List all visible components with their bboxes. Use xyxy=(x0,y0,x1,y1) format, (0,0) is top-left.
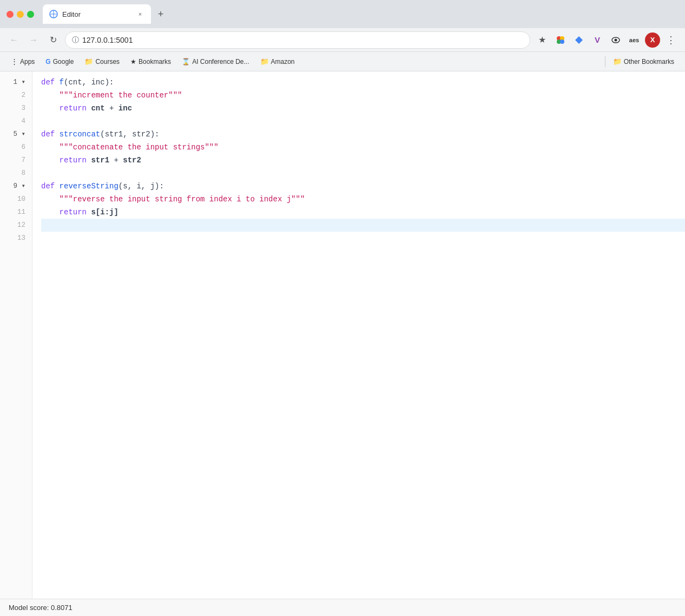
reload-button[interactable]: ↻ xyxy=(45,32,61,48)
str1-bold: str1 xyxy=(91,154,109,167)
str2-bold: str2 xyxy=(123,154,141,167)
code-line-9: def reverseString(s, i, j): xyxy=(41,180,685,193)
security-icon: ⓘ xyxy=(72,35,79,45)
line-num-1: 1 ▾ xyxy=(0,76,32,89)
line-num-13: 13 xyxy=(0,232,32,245)
bookmark-courses-label: Courses xyxy=(95,58,120,65)
browser-menu-button[interactable]: ⋮ xyxy=(663,32,679,48)
title-bar: Editor × + xyxy=(0,0,685,28)
bookmark-google-label: Google xyxy=(53,58,74,65)
model-score-label: Model score: 0.8071 xyxy=(9,604,73,612)
docstring-2: """concatenate the input strings""" xyxy=(60,141,219,154)
code-line-12 xyxy=(41,219,685,232)
svg-point-6 xyxy=(615,38,617,41)
code-line-1: def f(cnt, inc): xyxy=(41,76,685,89)
line-num-10: 10 xyxy=(0,193,32,206)
address-bar[interactable]: ⓘ 127.0.0.1:5001 xyxy=(65,31,530,49)
folder-icon-2: 📁 xyxy=(260,57,269,65)
forward-button[interactable]: → xyxy=(26,32,41,48)
line-num-11: 11 xyxy=(0,206,32,219)
line-num-8: 8 xyxy=(0,167,32,180)
line-numbers: 1 ▾ 2 3 4 5 ▾ 6 7 8 9 ▾ 10 11 12 13 xyxy=(0,71,32,599)
star-icon: ★ xyxy=(130,58,136,65)
params-2: str1, str2 xyxy=(105,128,150,141)
bookmarks-separator xyxy=(605,56,605,67)
code-line-10: """reverse the input string from index i… xyxy=(41,193,685,206)
bookmark-amazon[interactable]: 📁 Amazon xyxy=(256,55,299,68)
func-name-reversestring: reverseString xyxy=(60,180,118,193)
line-num-2: 2 xyxy=(0,89,32,102)
bookmark-apps-label: Apps xyxy=(20,58,35,65)
line-num-5: 5 ▾ xyxy=(0,128,32,141)
code-line-4 xyxy=(41,115,685,128)
nav-bar: ← → ↻ ⓘ 127.0.0.1:5001 ★ xyxy=(0,28,685,52)
keyword-def-3: def xyxy=(41,180,60,193)
ext-eye-icon[interactable] xyxy=(608,32,623,48)
ext-blue-icon[interactable] xyxy=(571,32,587,48)
func-name-strconcat: strconcat xyxy=(60,128,101,141)
browser-window: Editor × + ← → ↻ ⓘ 127.0.0.1:5001 ★ xyxy=(0,0,685,616)
keyword-def-1: def xyxy=(41,76,60,89)
code-line-7: return str1 + str2 xyxy=(41,154,685,167)
bookmark-apps[interactable]: ⋮ Apps xyxy=(6,55,39,68)
editor-container: 1 ▾ 2 3 4 5 ▾ 6 7 8 9 ▾ 10 11 12 13 def … xyxy=(0,71,685,599)
code-line-11: return s[i:j] xyxy=(41,206,685,219)
inc-bold: inc xyxy=(118,102,132,115)
code-line-6: """concatenate the input strings""" xyxy=(41,141,685,154)
keyword-def-2: def xyxy=(41,128,60,141)
traffic-lights xyxy=(6,11,34,18)
bookmark-google[interactable]: G Google xyxy=(41,56,78,68)
hourglass-icon: ⌛ xyxy=(182,58,190,65)
keyword-return-2: return xyxy=(60,154,91,167)
docstring-1: """increment the counter""" xyxy=(60,89,182,102)
tab-title: Editor xyxy=(62,10,131,18)
code-editor[interactable]: 1 ▾ 2 3 4 5 ▾ 6 7 8 9 ▾ 10 11 12 13 def … xyxy=(0,71,685,599)
cnt-bold: cnt xyxy=(91,102,104,115)
params-1: cnt, inc xyxy=(68,76,104,89)
func-name-f: f xyxy=(60,76,64,89)
line-num-12: 12 xyxy=(0,219,32,232)
tab-favicon xyxy=(49,10,58,18)
line-num-6: 6 xyxy=(0,141,32,154)
tab-bar: Editor × + xyxy=(43,4,679,24)
line-num-4: 4 xyxy=(0,115,32,128)
url-text: 127.0.0.1:5001 xyxy=(82,36,133,44)
svg-point-4 xyxy=(560,40,564,44)
code-line-8 xyxy=(41,167,685,180)
active-tab[interactable]: Editor × xyxy=(43,4,151,24)
maximize-window-button[interactable] xyxy=(27,11,34,18)
bookmarks-bar: ⋮ Apps G Google 📁 Courses ★ Bookmarks ⌛ … xyxy=(0,52,685,71)
nav-icons: ★ V aes xyxy=(535,32,679,48)
bookmark-amazon-label: Amazon xyxy=(271,58,295,65)
ext-text-icon[interactable]: aes xyxy=(627,32,642,48)
folder-icon: 📁 xyxy=(84,57,93,65)
paren-open-1: ( xyxy=(64,76,68,89)
bookmark-bookmarks[interactable]: ★ Bookmarks xyxy=(126,56,175,68)
code-line-2: """increment the counter""" xyxy=(41,89,685,102)
code-line-5: def strconcat(str1, str2): xyxy=(41,128,685,141)
code-line-13 xyxy=(41,232,685,245)
minimize-window-button[interactable] xyxy=(17,11,24,18)
bookmark-bookmarks-label: Bookmarks xyxy=(139,58,171,65)
new-tab-button[interactable]: + xyxy=(153,6,168,22)
profile-button[interactable]: X xyxy=(645,32,660,48)
ext-v-icon[interactable]: V xyxy=(590,32,605,48)
line-num-7: 7 xyxy=(0,154,32,167)
slice-bold: s[i:j] xyxy=(91,206,118,219)
bookmark-ai-conference[interactable]: ⌛ AI Conference De... xyxy=(177,56,253,68)
apps-icon: ⋮ xyxy=(11,57,18,65)
keyword-return-1: return xyxy=(60,102,91,115)
line-num-9: 9 ▾ xyxy=(0,180,32,193)
back-button[interactable]: ← xyxy=(6,32,22,48)
line-num-3: 3 xyxy=(0,102,32,115)
bookmark-star-button[interactable]: ★ xyxy=(535,32,550,48)
close-window-button[interactable] xyxy=(6,11,14,18)
google-icon: G xyxy=(45,58,50,65)
tab-close-button[interactable]: × xyxy=(136,10,144,18)
params-3: s, i, j xyxy=(123,180,155,193)
bookmark-other[interactable]: 📁 Other Bookmarks xyxy=(609,55,679,68)
bookmark-courses[interactable]: 📁 Courses xyxy=(80,55,124,68)
ext-colorful-icon[interactable] xyxy=(553,32,568,48)
docstring-3: """reverse the input string from index i… xyxy=(60,193,305,206)
code-area[interactable]: def f(cnt, inc): """increment the counte… xyxy=(32,71,685,599)
